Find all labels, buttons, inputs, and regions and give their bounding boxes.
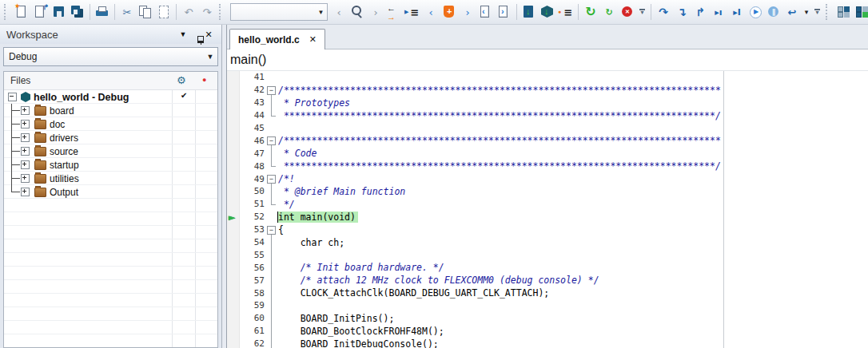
code-line-55[interactable]: 55 xyxy=(227,248,868,261)
code-line-50[interactable]: 50 * @brief Main function xyxy=(227,185,868,198)
code-line-61[interactable]: 61 BOARD_BootClockFROHF48M(); xyxy=(227,325,868,338)
stop-build-button[interactable] xyxy=(619,3,636,21)
debug-options-dropdown-button[interactable]: ▾ xyxy=(802,3,811,21)
expand-icon[interactable] xyxy=(21,106,30,115)
tree-item-label: source xyxy=(50,146,78,157)
code-text: char ch; xyxy=(278,237,344,248)
expand-icon[interactable] xyxy=(21,147,30,156)
code-line-54[interactable]: 54 char ch; xyxy=(227,236,868,249)
code-line-53[interactable]: 53{ xyxy=(227,223,868,236)
go-button[interactable]: ▶ xyxy=(747,3,764,21)
code-line-42[interactable]: 42/*************************************… xyxy=(227,84,868,97)
step-over-button[interactable]: ↷ xyxy=(655,3,672,21)
download-flash-button[interactable] xyxy=(520,3,538,21)
code-line-60[interactable]: 60 BOARD_InitPins(); xyxy=(227,312,868,325)
code-line-47[interactable]: 47 * Code xyxy=(227,147,868,160)
save-all-button[interactable] xyxy=(69,3,86,21)
chevron-down-icon[interactable]: ▼ xyxy=(315,9,327,16)
new-document-button[interactable] xyxy=(14,3,31,21)
fold-marker-start[interactable] xyxy=(265,172,278,185)
code-text: BOARD_InitPins(); xyxy=(278,313,394,324)
code-line-44[interactable]: 44 *************************************… xyxy=(227,109,868,122)
tree-item-project-root[interactable]: hello_world - Debug ✔ xyxy=(4,90,217,104)
paste-button[interactable] xyxy=(155,3,173,21)
copy-button[interactable] xyxy=(137,3,154,21)
code-editor[interactable]: 4142/***********************************… xyxy=(227,71,868,348)
step-out-button[interactable]: ↱ xyxy=(691,3,709,21)
expand-icon[interactable] xyxy=(21,133,30,142)
navigate-backward-button[interactable] xyxy=(477,3,495,21)
code-line-51[interactable]: 51 */ xyxy=(227,198,868,211)
function-selector-bar[interactable]: main() xyxy=(227,49,868,71)
expand-icon[interactable] xyxy=(21,120,30,129)
fold-marker-start[interactable] xyxy=(265,223,278,236)
fold-marker-mid xyxy=(265,147,278,160)
redo-button[interactable]: ↷ xyxy=(198,3,216,21)
code-line-52[interactable]: ►52int main(void) xyxy=(227,211,868,223)
code-line-58[interactable]: 58 CLOCK_AttachClk(BOARD_DEBUG_UART_CLK_… xyxy=(227,287,868,299)
tree-item-source[interactable]: source xyxy=(4,144,217,158)
previous-bookmark-button[interactable]: ‹ xyxy=(422,3,440,21)
tree-item-utilities[interactable]: utilities xyxy=(4,172,217,185)
line-number: 50 xyxy=(239,186,265,196)
next-bookmark-button[interactable]: › xyxy=(459,3,476,21)
download-debug-button[interactable] xyxy=(539,3,556,21)
navigate-forward-button[interactable] xyxy=(496,3,513,21)
cut-button[interactable]: ✂ xyxy=(118,3,136,21)
fold-marker-start[interactable] xyxy=(265,134,278,147)
code-line-45[interactable]: 45 xyxy=(227,122,868,135)
toolbar-overflow-button[interactable] xyxy=(637,3,647,21)
make-button[interactable]: ↻ xyxy=(582,3,599,21)
code-line-43[interactable]: 43 * Prototypes xyxy=(227,97,868,109)
reset-button[interactable]: ↩ xyxy=(783,3,801,21)
print-button[interactable] xyxy=(94,3,111,21)
tree-item-board[interactable]: board xyxy=(4,104,217,117)
save-button[interactable] xyxy=(50,3,68,21)
expand-icon[interactable] xyxy=(21,160,30,169)
batch-build-button[interactable]: ≡ xyxy=(557,3,575,21)
expand-icon[interactable] xyxy=(21,174,30,183)
configuration-selector[interactable]: Debug ▼ xyxy=(3,47,218,66)
undo-button[interactable]: ↶ xyxy=(180,3,197,21)
break-button[interactable]: ∥ xyxy=(765,3,782,21)
run-to-cursor-button[interactable]: ▸I xyxy=(728,3,746,21)
toolbar-overflow-button[interactable] xyxy=(812,3,822,21)
registers-window-button[interactable] xyxy=(835,3,853,21)
function-list-button[interactable]: ≡ xyxy=(404,3,421,21)
code-line-56[interactable]: 56 /* Init board hardware. */ xyxy=(227,261,868,274)
files-header: Files ⚙ ● xyxy=(4,72,217,90)
code-line-46[interactable]: 46/*************************************… xyxy=(227,134,868,147)
tree-item-drivers[interactable]: drivers xyxy=(4,131,217,144)
tree-item-startup[interactable]: startup xyxy=(4,158,217,172)
collapse-icon[interactable] xyxy=(8,93,17,101)
code-line-49[interactable]: 49/*! xyxy=(227,172,868,185)
expand-icon[interactable] xyxy=(21,188,30,196)
workspace-close-icon[interactable]: ✕ xyxy=(202,30,215,40)
code-line-62[interactable]: 62 BOARD_InitDebugConsole(); xyxy=(227,338,868,348)
tree-item-doc[interactable]: doc xyxy=(4,117,217,131)
toggle-bookmark-button[interactable] xyxy=(440,3,458,21)
swap-arrows-button[interactable] xyxy=(385,3,403,21)
code-line-41[interactable]: 41 xyxy=(227,71,868,84)
code-line-48[interactable]: 48 *************************************… xyxy=(227,160,868,172)
code-line-59[interactable]: 59 xyxy=(227,299,868,312)
toolbar-grip[interactable] xyxy=(219,4,225,20)
search-button[interactable] xyxy=(348,3,366,21)
search-combo[interactable]: ▼ xyxy=(230,3,328,21)
toolbar-grip[interactable] xyxy=(4,4,10,20)
memory-window-button[interactable] xyxy=(854,3,868,21)
toolbar-grip[interactable] xyxy=(826,4,832,20)
open-file-button[interactable] xyxy=(32,3,50,21)
compile-button[interactable]: ↻ xyxy=(600,3,618,21)
next-statement-button[interactable]: ▸ı xyxy=(710,3,727,21)
tab-close-icon[interactable]: ✕ xyxy=(309,34,317,45)
settings-gear-icon[interactable]: ⚙ xyxy=(177,74,186,86)
tab-hello-world-c[interactable]: hello_world.c ✕ xyxy=(229,29,325,49)
workspace-menu-dropdown-icon[interactable]: ▼ xyxy=(177,30,189,38)
find-next-button[interactable]: › xyxy=(367,3,384,21)
step-into-button[interactable]: ↴ xyxy=(673,3,691,21)
tree-item-output[interactable]: Output xyxy=(4,185,217,199)
code-line-57[interactable]: 57 /* attach 12 MHz clock to FLEXCOMM0 (… xyxy=(227,274,868,287)
find-previous-button[interactable]: ‹ xyxy=(330,3,348,21)
fold-marker-start[interactable] xyxy=(265,84,278,97)
